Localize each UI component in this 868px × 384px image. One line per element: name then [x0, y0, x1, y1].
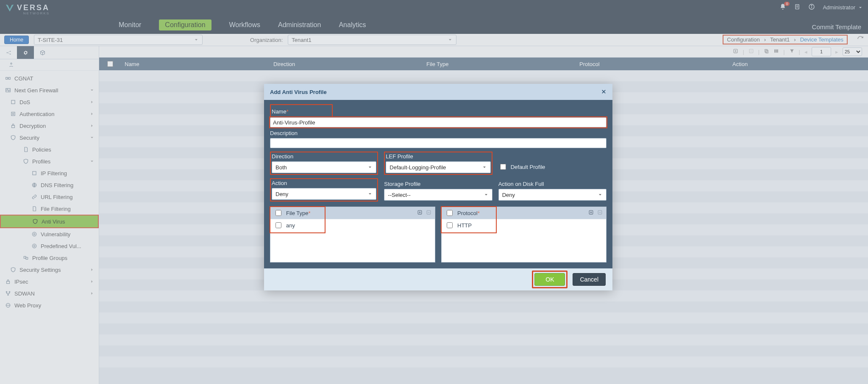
tree-web-proxy[interactable]: Web Proxy: [0, 299, 99, 311]
prev-page-button[interactable]: ◂: [804, 49, 807, 55]
direction-select[interactable]: Both: [272, 161, 376, 173]
copy-button[interactable]: [764, 48, 769, 55]
info-button[interactable]: [808, 3, 815, 11]
refresh-button[interactable]: [857, 36, 864, 44]
tree-ipsec[interactable]: IPsec: [0, 276, 99, 287]
storage-profile-select[interactable]: --Select--: [384, 189, 492, 201]
page-input[interactable]: [812, 47, 831, 56]
ok-button[interactable]: OK: [534, 273, 565, 286]
tree-file-filtering[interactable]: File Filtering: [0, 203, 99, 215]
filetype-row[interactable]: any: [270, 219, 435, 231]
add-antivirus-profile-dialog: Add Anti Virus Profile Name* Description…: [264, 84, 612, 290]
tree-label: Web Proxy: [14, 302, 41, 309]
nav-administration[interactable]: Administration: [278, 21, 321, 29]
side-subtab[interactable]: [0, 59, 99, 71]
notifications-button[interactable]: 0: [779, 3, 786, 11]
tree-label: SDWAN: [14, 290, 35, 297]
filetype-select-all[interactable]: [275, 210, 281, 216]
action-select[interactable]: Deny: [272, 188, 376, 200]
group-icon: [23, 255, 29, 261]
next-page-button[interactable]: ▸: [835, 49, 838, 55]
tree-anti-virus[interactable]: Anti Virus: [1, 215, 98, 227]
add-button[interactable]: [733, 48, 738, 55]
protocol-remove-button[interactable]: [597, 210, 603, 216]
name-input[interactable]: [270, 117, 606, 127]
filter-icon: [31, 170, 37, 176]
organization-value: Tenant1: [292, 37, 311, 43]
lef-profile-value: Default-Logging-Profile: [389, 164, 446, 171]
chevron-down-icon: [89, 88, 95, 93]
tree-url-filtering[interactable]: URL Filtering: [0, 191, 99, 203]
protocol-row[interactable]: HTTP: [442, 219, 606, 231]
chevron-down-icon: [89, 135, 95, 140]
user-menu[interactable]: Administrator: [823, 4, 863, 11]
default-profile-checkbox[interactable]: Default Profile: [498, 163, 606, 171]
chevron-down-icon: [858, 5, 863, 10]
select-all-checkbox[interactable]: [107, 61, 113, 67]
tree-security-settings[interactable]: Security Settings: [0, 264, 99, 276]
nav-monitor[interactable]: Monitor: [119, 21, 141, 29]
description-input[interactable]: [270, 138, 606, 148]
filter-button[interactable]: [789, 48, 795, 55]
svg-rect-40: [766, 50, 768, 53]
tree-sdwan[interactable]: SDWAN: [0, 287, 99, 299]
diskfull-select[interactable]: Deny: [498, 189, 606, 201]
col-action[interactable]: Action: [728, 61, 868, 67]
crumb-configuration[interactable]: Configuration: [727, 36, 760, 43]
cancel-button[interactable]: Cancel: [573, 273, 606, 286]
tree-vulnerability[interactable]: Vulnerability: [0, 228, 99, 240]
network-icon: [5, 290, 11, 296]
col-name[interactable]: Name: [120, 61, 269, 67]
tree-policies[interactable]: Policies: [0, 144, 99, 155]
tree-dns-filtering[interactable]: DNS Filtering: [0, 179, 99, 191]
nav-analytics[interactable]: Analytics: [339, 21, 366, 29]
clipboard-button[interactable]: [794, 3, 801, 11]
crumb-device-templates[interactable]: Device Templates: [800, 36, 843, 43]
nav-workflows[interactable]: Workflows: [229, 21, 261, 29]
protocol-add-button[interactable]: [588, 210, 594, 216]
tree-security[interactable]: Security: [0, 132, 99, 144]
tree-authentication[interactable]: Authentication: [0, 108, 99, 120]
protocol-select-all[interactable]: [447, 210, 453, 216]
tree-profile-groups[interactable]: Profile Groups: [0, 252, 99, 264]
tree-profiles[interactable]: Profiles: [0, 155, 99, 167]
col-filetype[interactable]: File Type: [422, 61, 575, 67]
home-button[interactable]: Home: [4, 36, 29, 44]
columns-button[interactable]: [773, 48, 779, 55]
dialog-close-button[interactable]: [601, 88, 606, 97]
tree-decryption[interactable]: Decryption: [0, 120, 99, 132]
diskfull-value: Deny: [502, 192, 515, 198]
crumb-sep: ›: [764, 36, 766, 43]
link-icon: [31, 194, 37, 200]
side-tab-objects[interactable]: [34, 46, 51, 59]
filetype-add-button[interactable]: [417, 210, 423, 216]
tree-dos[interactable]: DoS: [0, 96, 99, 108]
tree-predefined-vuln[interactable]: Predefined Vul...: [0, 240, 99, 252]
lef-profile-select[interactable]: Default-Logging-Profile: [386, 161, 490, 173]
filetype-remove-button[interactable]: [426, 210, 431, 216]
tree-ngfw[interactable]: Next Gen Firewall: [0, 84, 99, 96]
tree-label: DNS Filtering: [41, 182, 73, 188]
nav-configuration[interactable]: Configuration: [159, 19, 211, 30]
col-direction[interactable]: Direction: [269, 61, 422, 67]
tree-ip-filtering[interactable]: IP Filtering: [0, 167, 99, 179]
default-profile-label: Default Profile: [511, 164, 545, 170]
col-protocol[interactable]: Protocol: [575, 61, 728, 67]
svg-rect-17: [11, 100, 15, 104]
commit-template-link[interactable]: Commit Template: [812, 23, 861, 30]
tree-label: IPsec: [14, 279, 28, 285]
crumb-tenant[interactable]: Tenant1: [770, 36, 790, 43]
site-select[interactable]: T-SITE-31: [34, 35, 203, 45]
filetype-row-checkbox[interactable]: [275, 222, 281, 228]
side-tab-topology[interactable]: [0, 46, 17, 59]
page-size-select[interactable]: 25: [843, 47, 862, 56]
brand-name: VERSA: [17, 3, 50, 12]
protocol-row-checkbox[interactable]: [447, 222, 453, 228]
default-profile-input[interactable]: [500, 164, 506, 170]
svg-point-19: [12, 113, 14, 115]
remove-button[interactable]: [748, 48, 754, 55]
side-tab-settings[interactable]: [17, 46, 34, 59]
tree-cgnat[interactable]: CGNAT: [0, 72, 99, 84]
table-row: [99, 323, 868, 334]
organization-select[interactable]: Tenant1: [288, 35, 456, 45]
